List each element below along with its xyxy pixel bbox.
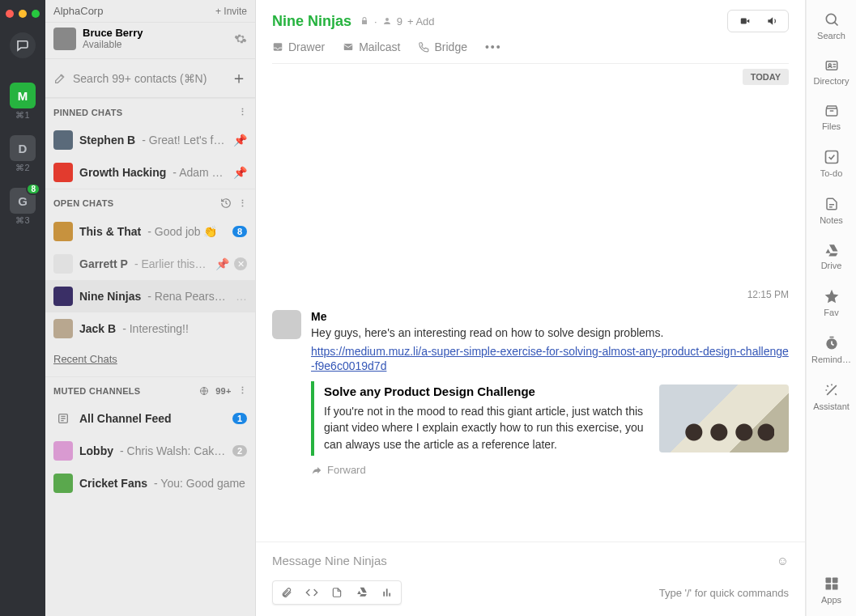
right-notes[interactable]: Notes [807,196,856,225]
code-icon[interactable] [305,586,318,599]
history-icon[interactable] [220,198,232,209]
pinned-row[interactable]: Stephen B - Great! Let's fin… 📌 [45,124,255,156]
link-embed[interactable]: Solve any Product Design Challenge If yo… [311,381,789,456]
open-row-active[interactable]: Nine Ninjas - Rena Pearson: … … [45,280,255,312]
sidebar: AlphaCorp + Invite Bruce Berry Available… [45,0,256,616]
gear-icon[interactable] [234,32,247,45]
svg-rect-18 [832,584,837,590]
wand-icon [824,382,840,398]
svg-rect-7 [386,588,388,596]
new-chat-button[interactable]: ＋ [231,67,247,89]
search-icon [824,11,840,28]
right-directory[interactable]: Directory [807,58,856,86]
message-link[interactable]: https://medium.muz.li/a-super-simple-exe… [311,345,789,372]
audio-button[interactable] [760,14,783,28]
forward-icon [311,465,322,476]
add-members-button[interactable]: + Add [407,15,435,28]
org-name[interactable]: AlphaCorp [53,5,215,17]
attach-icon[interactable] [281,586,292,599]
main-panel: Nine Ninjas · 9 + Add Drawer [256,0,806,616]
window-controls[interactable] [6,5,40,29]
poll-icon[interactable] [381,586,393,599]
embed-image [659,384,789,452]
kebab-icon[interactable]: ⋮ [238,107,247,117]
search-input[interactable]: Search 99+ contacts (⌘N) [73,72,224,85]
drive-icon[interactable] [356,586,368,599]
drawer-icon [272,41,283,53]
pinned-row[interactable]: Growth Hacking - Adam W… 📌 [45,156,255,189]
muted-row[interactable]: Lobby - Chris Walsh: Cake… 2 [45,435,255,467]
unread-badge: 2 [232,445,247,457]
right-files[interactable]: Files [807,104,856,131]
recent-chats-link[interactable]: Recent Chats [45,345,255,376]
channel-title[interactable]: Nine Ninjas [272,13,351,30]
right-fav[interactable]: Fav [807,288,856,317]
open-row[interactable]: Jack B - Interesting!! [45,312,255,345]
box-icon [824,104,840,118]
day-separator: TODAY [743,69,789,85]
card-icon [824,58,840,73]
note-icon [824,196,839,212]
invite-button[interactable]: + Invite [215,6,247,17]
workspace-g[interactable]: G 8 [10,188,36,214]
section-open: OPEN CHATS ⋮ [45,189,255,215]
pin-icon[interactable]: 📌 [233,134,247,147]
svg-rect-15 [825,578,831,584]
file-icon[interactable] [331,586,343,599]
section-pinned: PINNED CHATS ⋮ [45,98,255,124]
workspace-d-shortcut: ⌘2 [15,163,29,173]
right-apps[interactable]: Apps [807,576,856,605]
kebab-icon[interactable]: ⋮ [238,385,247,396]
profile-name: Bruce Berry [83,28,228,39]
pin-icon[interactable]: 📌 [233,166,247,179]
workspace-m[interactable]: M [10,83,36,108]
clock-icon [824,335,840,351]
avatar[interactable] [272,310,301,339]
workspace-d[interactable]: D [10,135,36,161]
workspace-m-shortcut: ⌘1 [15,110,29,121]
forward-button[interactable]: Forward [311,464,789,476]
emoji-button[interactable]: ☺ [777,554,789,567]
svg-point-11 [828,64,831,66]
unread-badge: 8 [232,226,247,237]
close-icon[interactable]: ✕ [234,257,247,270]
svg-rect-16 [832,578,837,584]
app-logo[interactable] [10,32,36,58]
avatar[interactable] [53,28,76,50]
open-row[interactable]: This & That - Good job 👏 8 [45,215,255,248]
composer-input[interactable]: Message Nine Ninjas ☺ [272,554,789,567]
bridge-button[interactable]: Bridge [418,40,466,53]
open-row[interactable]: Garrett P - Earlier this… 📌 ✕ [45,248,255,280]
muted-row[interactable]: All Channel Feed 1 [45,402,255,435]
right-drive[interactable]: Drive [807,243,856,270]
feed-icon [53,409,73,428]
right-assistant[interactable]: Assistant [807,382,856,411]
workspace-rail: M ⌘1 D ⌘2 G 8 ⌘3 [0,0,45,616]
right-search[interactable]: Search [807,11,856,40]
channel-meta: · 9 + Add [360,15,434,28]
svg-point-9 [826,14,836,23]
search-row[interactable]: Search 99+ contacts (⌘N) ＋ [45,58,255,98]
more-button[interactable]: ••• [485,40,502,53]
message-author: Me [311,310,789,323]
lock-icon [360,16,369,26]
phone-icon [418,41,429,53]
drawer-button[interactable]: Drawer [272,40,325,53]
apps-icon [824,576,840,592]
kebab-icon[interactable]: ⋮ [238,198,247,209]
svg-rect-13 [825,151,837,164]
embed-title: Solve any Product Design Challenge [324,384,648,398]
section-muted: MUTED CHANNELS 99+ ⋮ [45,376,255,402]
timestamp: 12:15 PM [272,283,789,305]
message: Me Hey guys, here's an interesting read … [272,305,789,481]
svg-rect-6 [383,592,385,597]
muted-row[interactable]: Cricket Fans - You: Good game [45,467,255,499]
svg-rect-8 [389,593,390,597]
right-remind[interactable]: Remind… [807,335,856,364]
right-todo[interactable]: To-do [807,149,856,178]
mailcast-button[interactable]: Mailcast [343,40,400,53]
video-call-button[interactable] [733,14,757,28]
pin-icon[interactable]: 📌 [215,257,229,270]
svg-point-2 [385,18,389,21]
svg-rect-5 [344,44,353,50]
